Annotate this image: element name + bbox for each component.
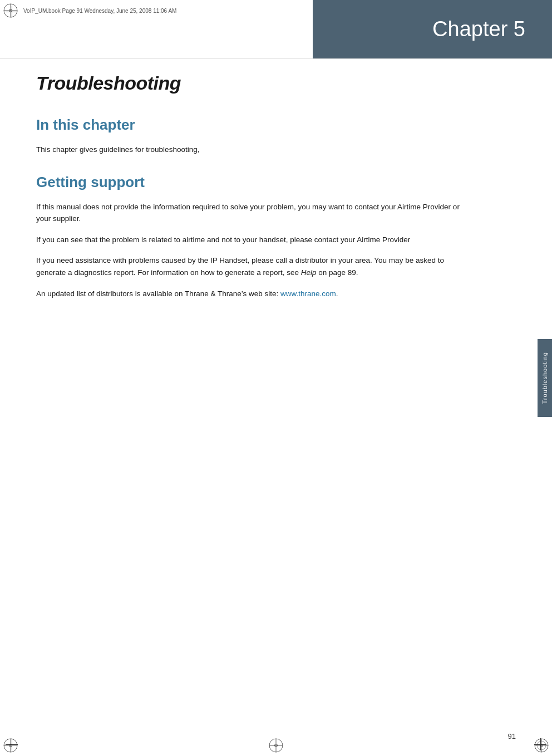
chapter-header: Chapter 5 (313, 0, 552, 58)
side-tab-label: Troubleshooting (541, 352, 548, 404)
help-italic: Help (301, 268, 317, 277)
reg-circle-bottom-right (534, 738, 549, 753)
section-heading-in-this-chapter: In this chapter (36, 116, 485, 134)
side-tab: Troubleshooting (538, 339, 552, 417)
getting-support-para-3: If you need assistance with problems cau… (36, 254, 470, 278)
section-heading-getting-support: Getting support (36, 174, 485, 191)
file-info: VoIP_UM.book Page 91 Wednesday, June 25,… (23, 8, 176, 14)
in-this-chapter-text: This chapter gives guidelines for troubl… (36, 144, 470, 156)
page-number: 91 (508, 732, 516, 740)
getting-support-para-1: If this manual does not provide the info… (36, 201, 470, 225)
section-getting-support: Getting support If this manual does not … (36, 174, 485, 300)
reg-circle-top-left (3, 3, 18, 18)
main-content: Troubleshooting In this chapter This cha… (36, 72, 516, 317)
page-title: Troubleshooting (36, 72, 485, 94)
getting-support-para-4: An updated list of distributors is avail… (36, 288, 470, 300)
reg-circle-bottom-left (3, 738, 18, 753)
section-in-this-chapter: In this chapter This chapter gives guide… (36, 116, 485, 156)
header-line (0, 58, 552, 59)
chapter-title: Chapter 5 (432, 17, 525, 41)
thrane-link[interactable]: www.thrane.com (280, 289, 336, 298)
reg-circle-bottom-center (268, 738, 284, 753)
getting-support-para-2: If you can see that the problem is relat… (36, 234, 470, 246)
